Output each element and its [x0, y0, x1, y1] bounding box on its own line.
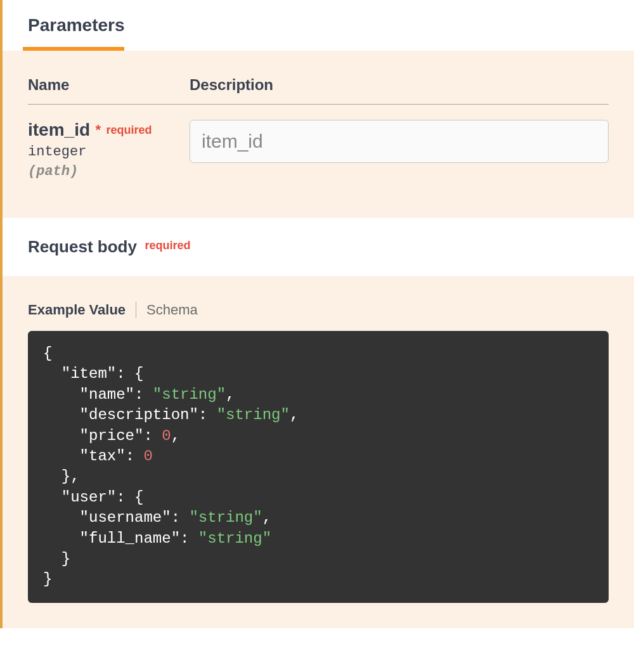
json-key: "full_name" — [80, 530, 180, 547]
param-input-cell — [190, 120, 609, 163]
column-header-description: Description — [190, 76, 609, 94]
json-key: "price" — [80, 427, 144, 444]
json-string: "string" — [189, 509, 262, 526]
json-number: 0 — [162, 427, 171, 444]
json-key: "username" — [80, 509, 171, 526]
parameters-tab[interactable]: Parameters — [28, 15, 125, 47]
json-string: "string" — [217, 406, 290, 423]
param-table-header: Name Description — [28, 76, 609, 105]
json-key: "item" — [61, 365, 116, 382]
param-name-block: item_id * required integer (path) — [28, 120, 190, 179]
tab-schema[interactable]: Schema — [136, 302, 198, 318]
json-key: "description" — [80, 406, 198, 423]
json-string: "string" — [153, 386, 226, 403]
request-body-required-label: required — [145, 239, 190, 252]
param-type: integer — [28, 144, 190, 160]
api-operation-panel: Parameters Name Description item_id * re… — [0, 0, 634, 628]
json-number: 0 — [143, 448, 152, 465]
parameters-tab-header: Parameters — [3, 0, 634, 51]
example-value-code[interactable]: { "item": { "name": "string", "descripti… — [28, 331, 609, 603]
json-key: "user" — [61, 489, 116, 506]
param-location: (path) — [28, 164, 190, 179]
request-body-section: Example Value Schema { "item": { "name":… — [3, 276, 634, 628]
tab-example-value[interactable]: Example Value — [28, 302, 136, 318]
item-id-input[interactable] — [190, 120, 609, 163]
parameters-section: Name Description item_id * required inte… — [3, 51, 634, 217]
json-string: "string" — [198, 530, 271, 547]
request-body-header: Request body required — [3, 217, 634, 276]
required-star-icon: * — [95, 122, 101, 138]
json-key: "tax" — [80, 448, 126, 465]
column-header-name: Name — [28, 76, 190, 94]
json-key: "name" — [80, 386, 134, 403]
param-name: item_id — [28, 120, 90, 139]
model-tabs: Example Value Schema — [28, 302, 609, 318]
param-row: item_id * required integer (path) — [28, 120, 609, 179]
required-label: required — [107, 124, 152, 136]
param-name-line: item_id * required — [28, 120, 190, 140]
request-body-title: Request body — [28, 237, 137, 256]
